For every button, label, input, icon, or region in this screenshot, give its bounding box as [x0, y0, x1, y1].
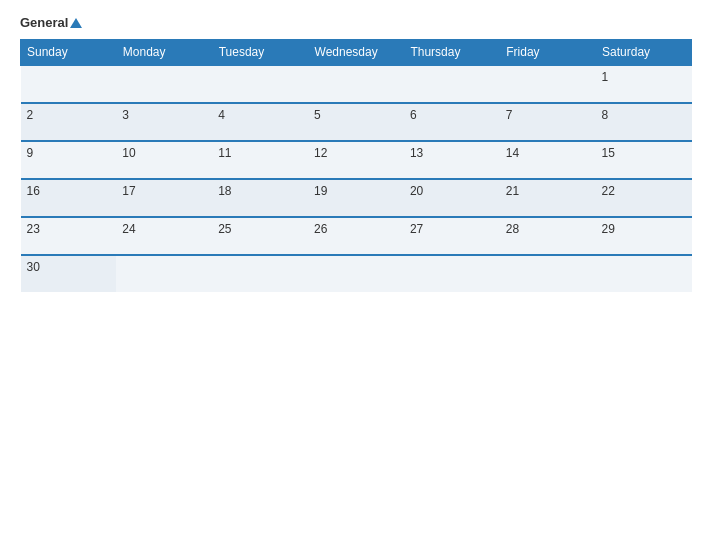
- calendar-day-cell: [212, 65, 308, 103]
- weekday-header-tuesday: Tuesday: [212, 40, 308, 66]
- day-number: 16: [27, 184, 40, 198]
- logo: General: [20, 16, 82, 29]
- calendar-week-row: 1: [21, 65, 692, 103]
- day-number: 5: [314, 108, 321, 122]
- calendar-day-cell: 8: [596, 103, 692, 141]
- calendar-day-cell: 16: [21, 179, 117, 217]
- calendar-day-cell: 26: [308, 217, 404, 255]
- calendar-day-cell: [404, 65, 500, 103]
- header: General: [20, 16, 692, 29]
- calendar-day-cell: 17: [116, 179, 212, 217]
- calendar-table: SundayMondayTuesdayWednesdayThursdayFrid…: [20, 39, 692, 292]
- calendar-header: SundayMondayTuesdayWednesdayThursdayFrid…: [21, 40, 692, 66]
- calendar-day-cell: [596, 255, 692, 292]
- day-number: 8: [602, 108, 609, 122]
- calendar-day-cell: [21, 65, 117, 103]
- calendar-day-cell: 19: [308, 179, 404, 217]
- day-number: 11: [218, 146, 231, 160]
- day-number: 17: [122, 184, 135, 198]
- calendar-day-cell: 18: [212, 179, 308, 217]
- day-number: 29: [602, 222, 615, 236]
- weekday-header-sunday: Sunday: [21, 40, 117, 66]
- day-number: 28: [506, 222, 519, 236]
- day-number: 20: [410, 184, 423, 198]
- calendar-day-cell: [308, 65, 404, 103]
- weekday-header-thursday: Thursday: [404, 40, 500, 66]
- day-number: 13: [410, 146, 423, 160]
- day-number: 30: [27, 260, 40, 274]
- calendar-day-cell: 25: [212, 217, 308, 255]
- weekday-header-wednesday: Wednesday: [308, 40, 404, 66]
- day-number: 23: [27, 222, 40, 236]
- day-number: 18: [218, 184, 231, 198]
- day-number: 7: [506, 108, 513, 122]
- logo-general-text: General: [20, 16, 82, 29]
- day-number: 9: [27, 146, 34, 160]
- day-number: 21: [506, 184, 519, 198]
- day-number: 4: [218, 108, 225, 122]
- day-number: 1: [602, 70, 609, 84]
- calendar-day-cell: 1: [596, 65, 692, 103]
- calendar-day-cell: 6: [404, 103, 500, 141]
- weekday-header-saturday: Saturday: [596, 40, 692, 66]
- calendar-week-row: 16171819202122: [21, 179, 692, 217]
- page: General SundayMondayTuesdayWednesdayThur…: [0, 0, 712, 550]
- calendar-day-cell: [116, 65, 212, 103]
- day-number: 27: [410, 222, 423, 236]
- calendar-day-cell: [500, 65, 596, 103]
- calendar-day-cell: 5: [308, 103, 404, 141]
- weekday-header-row: SundayMondayTuesdayWednesdayThursdayFrid…: [21, 40, 692, 66]
- calendar-week-row: 23242526272829: [21, 217, 692, 255]
- day-number: 2: [27, 108, 34, 122]
- calendar-day-cell: 13: [404, 141, 500, 179]
- day-number: 26: [314, 222, 327, 236]
- calendar-day-cell: 10: [116, 141, 212, 179]
- calendar-day-cell: 20: [404, 179, 500, 217]
- weekday-header-friday: Friday: [500, 40, 596, 66]
- calendar-week-row: 30: [21, 255, 692, 292]
- calendar-body: 1234567891011121314151617181920212223242…: [21, 65, 692, 292]
- calendar-day-cell: [404, 255, 500, 292]
- calendar-day-cell: 11: [212, 141, 308, 179]
- day-number: 24: [122, 222, 135, 236]
- day-number: 12: [314, 146, 327, 160]
- day-number: 22: [602, 184, 615, 198]
- day-number: 3: [122, 108, 129, 122]
- day-number: 15: [602, 146, 615, 160]
- calendar-day-cell: 3: [116, 103, 212, 141]
- calendar-day-cell: 22: [596, 179, 692, 217]
- calendar-week-row: 2345678: [21, 103, 692, 141]
- calendar-day-cell: 24: [116, 217, 212, 255]
- day-number: 14: [506, 146, 519, 160]
- weekday-header-monday: Monday: [116, 40, 212, 66]
- calendar-day-cell: 29: [596, 217, 692, 255]
- calendar-day-cell: [212, 255, 308, 292]
- calendar-day-cell: 28: [500, 217, 596, 255]
- logo-triangle-icon: [70, 18, 82, 28]
- day-number: 25: [218, 222, 231, 236]
- calendar-day-cell: [116, 255, 212, 292]
- day-number: 10: [122, 146, 135, 160]
- calendar-day-cell: 9: [21, 141, 117, 179]
- day-number: 6: [410, 108, 417, 122]
- calendar-day-cell: 7: [500, 103, 596, 141]
- calendar-day-cell: [308, 255, 404, 292]
- calendar-day-cell: 23: [21, 217, 117, 255]
- calendar-day-cell: [500, 255, 596, 292]
- calendar-day-cell: 27: [404, 217, 500, 255]
- calendar-day-cell: 4: [212, 103, 308, 141]
- calendar-week-row: 9101112131415: [21, 141, 692, 179]
- day-number: 19: [314, 184, 327, 198]
- calendar-day-cell: 14: [500, 141, 596, 179]
- calendar-day-cell: 15: [596, 141, 692, 179]
- calendar-day-cell: 21: [500, 179, 596, 217]
- calendar-day-cell: 2: [21, 103, 117, 141]
- calendar-day-cell: 12: [308, 141, 404, 179]
- calendar-day-cell: 30: [21, 255, 117, 292]
